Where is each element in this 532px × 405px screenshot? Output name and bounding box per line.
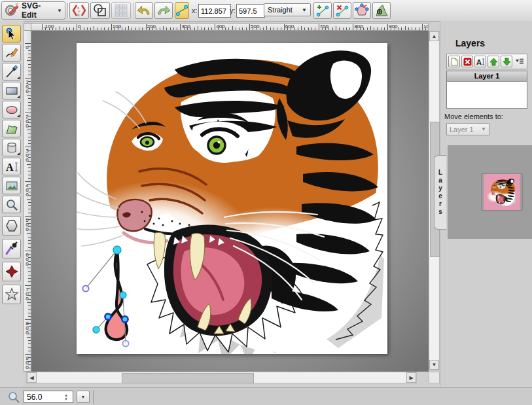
- move-layer-up-button[interactable]: [488, 56, 499, 67]
- magnifier-icon: [5, 198, 18, 211]
- tool-eyedropper[interactable]: [2, 239, 21, 258]
- rename-layer-icon: A: [476, 58, 485, 66]
- arrow-down-icon: [503, 58, 511, 66]
- layer-thumbnail-image: [482, 174, 522, 210]
- move-elements-label: Move elements to:: [444, 113, 503, 120]
- layers-panel-toggle-tab[interactable]: Layers: [434, 155, 446, 230]
- open-path-icon: [355, 3, 369, 18]
- move-elements-value: Layer 1: [450, 126, 474, 133]
- layer-menu-icon: [515, 58, 524, 65]
- tool-connector[interactable]: [2, 262, 21, 281]
- zoom-spinner[interactable]: ▲▼: [63, 393, 69, 401]
- scroll-down-button[interactable]: ▼: [429, 360, 439, 370]
- rename-layer-button[interactable]: A: [474, 56, 486, 67]
- zoom-preset-dropdown[interactable]: ▼: [77, 391, 90, 403]
- toolbar-separator: [133, 3, 133, 18]
- redo-button[interactable]: [154, 2, 173, 19]
- red-diamond-icon: [5, 264, 19, 279]
- layers-panel-title: Layers: [455, 38, 485, 48]
- main-menu-label: SVG-Edit: [22, 1, 54, 20]
- tool-zoom[interactable]: [2, 196, 21, 213]
- control-handle-open[interactable]: [122, 340, 128, 346]
- svg-edit-logo-icon: [5, 2, 19, 19]
- add-subpath-button[interactable]: [372, 2, 391, 19]
- v-ruler: 0100200300400500600700800900: [24, 31, 31, 372]
- add-subpath-icon: [374, 3, 389, 18]
- workspace: [31, 31, 429, 372]
- path-node-icon: [176, 4, 188, 17]
- flyout-indicator: [17, 152, 20, 155]
- undo-button[interactable]: [135, 2, 153, 19]
- toolbar-separator: [67, 3, 68, 18]
- rectangle-icon: [5, 84, 18, 97]
- main-menu-button[interactable]: SVG-Edit ▼: [1, 1, 65, 20]
- tool-select[interactable]: [2, 25, 21, 43]
- grid-button[interactable]: [111, 2, 131, 19]
- top-toolbar: SVG-Edit ▼ s v g: [0, 0, 532, 22]
- scroll-up-button[interactable]: ▲: [429, 31, 439, 41]
- grid-icon: [115, 4, 128, 17]
- delete-layer-button[interactable]: [461, 56, 473, 67]
- ruler-corner: [24, 23, 31, 31]
- bottom-bar-separator: [93, 390, 94, 404]
- path-node[interactable]: [120, 292, 126, 298]
- line-pen-icon: [5, 65, 18, 79]
- new-layer-button[interactable]: [448, 56, 460, 67]
- y-coordinate-label: y:: [230, 7, 236, 14]
- tool-ellipse[interactable]: [2, 101, 21, 118]
- tool-polygon[interactable]: [2, 216, 21, 236]
- scrollbar-corner: [429, 372, 440, 383]
- flyout-indicator: [17, 77, 20, 79]
- add-node-icon: [315, 3, 330, 18]
- layer-menu-button[interactable]: [514, 56, 525, 67]
- select-arrow-icon: [5, 27, 18, 41]
- right-sidebar: Layers A: [440, 21, 532, 387]
- delete-node-icon: [335, 3, 349, 18]
- path-node[interactable]: [113, 246, 121, 254]
- tool-pencil[interactable]: [2, 44, 21, 62]
- drawing-canvas[interactable]: [77, 43, 387, 354]
- tool-line[interactable]: [2, 63, 21, 80]
- left-toolbar: A: [0, 21, 24, 387]
- horizontal-scroll-thumb[interactable]: [122, 373, 254, 383]
- horizontal-scrollbar[interactable]: ◀ ▶: [26, 372, 417, 383]
- text-icon: A: [5, 160, 18, 173]
- flyout-indicator: [17, 96, 20, 98]
- edit-source-button[interactable]: s v g: [69, 2, 89, 19]
- scroll-right-button[interactable]: ▶: [406, 372, 416, 383]
- wireframe-mode-button[interactable]: [90, 2, 110, 19]
- x-coordinate-input[interactable]: [198, 4, 231, 18]
- tool-rectangle[interactable]: [2, 82, 21, 99]
- x-coordinate-label: x:: [192, 7, 198, 14]
- edit-path-overlay[interactable]: [77, 43, 387, 354]
- control-handle[interactable]: [93, 326, 99, 333]
- scroll-left-button[interactable]: ◀: [27, 372, 37, 383]
- control-handle-open[interactable]: [82, 285, 88, 291]
- path-node-selected[interactable]: [122, 316, 128, 322]
- ellipse-icon: [5, 103, 18, 116]
- delete-node-button[interactable]: [333, 2, 351, 19]
- tool-image[interactable]: [2, 177, 21, 194]
- tool-shape-library[interactable]: [2, 139, 21, 156]
- svg-text:A: A: [476, 58, 482, 66]
- tool-path[interactable]: [2, 120, 21, 137]
- move-elements-caret-icon: ▼: [481, 126, 486, 132]
- overlapping-shapes-icon: [93, 3, 107, 18]
- edit-node-mode-button[interactable]: [175, 2, 189, 19]
- y-coordinate-input[interactable]: [236, 4, 265, 18]
- svg-text:A: A: [6, 162, 14, 173]
- path-node-selected[interactable]: [105, 313, 111, 319]
- layer-thumbnail[interactable]: [482, 174, 522, 210]
- layer-row-layer1[interactable]: Layer 1: [447, 71, 527, 82]
- add-node-button[interactable]: [313, 2, 332, 19]
- open-path-button[interactable]: [353, 2, 371, 19]
- tool-text[interactable]: A: [2, 158, 21, 175]
- bottom-bar: ▲▼ ▼: [0, 387, 532, 405]
- move-layer-down-button[interactable]: [501, 56, 512, 67]
- tool-star[interactable]: [2, 285, 21, 304]
- source-code-icon: s v g: [71, 3, 87, 18]
- segment-type-select[interactable]: Straight ▼: [264, 3, 311, 16]
- layer-list: Layer 1: [446, 71, 527, 109]
- segment-type-value: Straight: [268, 6, 293, 14]
- move-elements-select[interactable]: Layer 1 ▼: [446, 123, 489, 135]
